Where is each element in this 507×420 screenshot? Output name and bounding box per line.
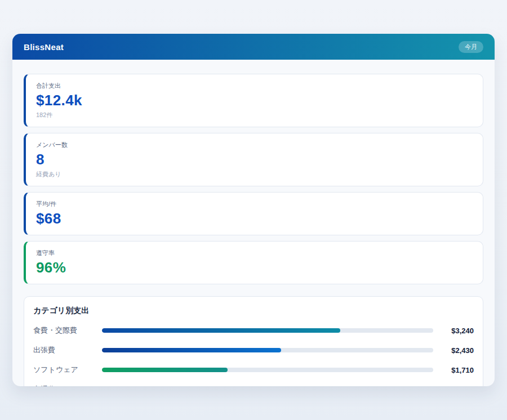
- stat-card-compliance-rate: 遵守率 96%: [24, 241, 483, 284]
- category-row: ソフトウェア $1,710: [33, 365, 474, 375]
- stat-label: 合計支出: [36, 82, 473, 90]
- stat-card-total-spend: 合計支出 $12.4k 182件: [24, 74, 483, 127]
- category-amount: $1,710: [440, 366, 474, 374]
- stat-sub: 182件: [36, 111, 473, 119]
- stat-card-member-count: メンバー数 8 経費あり: [24, 133, 483, 186]
- category-amount: $2,430: [440, 346, 474, 355]
- category-card-title: カテゴリ別支出: [33, 306, 474, 316]
- category-breakdown-card: カテゴリ別支出 食費・交際費 $3,240 出張費 $2,430 ソフトウェア: [24, 296, 483, 386]
- category-bar-fill: [102, 348, 281, 352]
- category-row: 出張費 $2,430: [33, 345, 474, 355]
- category-amount: $3,240: [440, 327, 474, 335]
- stat-value: $12.4k: [36, 92, 473, 109]
- category-row: 食費・交際費 $3,240: [33, 325, 474, 336]
- category-bar-track: [102, 328, 433, 333]
- stat-value: $68: [36, 210, 473, 227]
- stat-card-average-per-item: 平均/件 $68: [24, 192, 483, 235]
- stat-sub: 経費あり: [36, 170, 473, 178]
- dashboard-panel: BlissNeat 今月 合計支出 $12.4k 182件 メンバー数 8 経費…: [12, 34, 495, 386]
- category-amount: $1,260: [440, 386, 474, 387]
- period-badge: 今月: [459, 41, 483, 53]
- category-bar-fill: [102, 368, 228, 372]
- category-row: 交通費 $1,260: [33, 385, 474, 386]
- category-label: 交通費: [33, 385, 102, 386]
- category-bar-track: [102, 368, 433, 372]
- category-bar-fill: [102, 328, 340, 333]
- stat-label: メンバー数: [36, 141, 473, 149]
- category-label: ソフトウェア: [33, 365, 102, 375]
- stat-value: 8: [36, 151, 473, 168]
- stat-label: 平均/件: [36, 200, 473, 208]
- app-header: BlissNeat 今月: [12, 34, 495, 60]
- category-label: 食費・交際費: [33, 325, 102, 336]
- stat-label: 遵守率: [36, 249, 473, 257]
- app-title: BlissNeat: [24, 42, 64, 52]
- category-label: 出張費: [33, 345, 102, 355]
- stat-value: 96%: [36, 259, 473, 276]
- category-bar-track: [102, 348, 433, 352]
- dashboard-content: 合計支出 $12.4k 182件 メンバー数 8 経費あり 平均/件 $68 遵…: [12, 60, 495, 386]
